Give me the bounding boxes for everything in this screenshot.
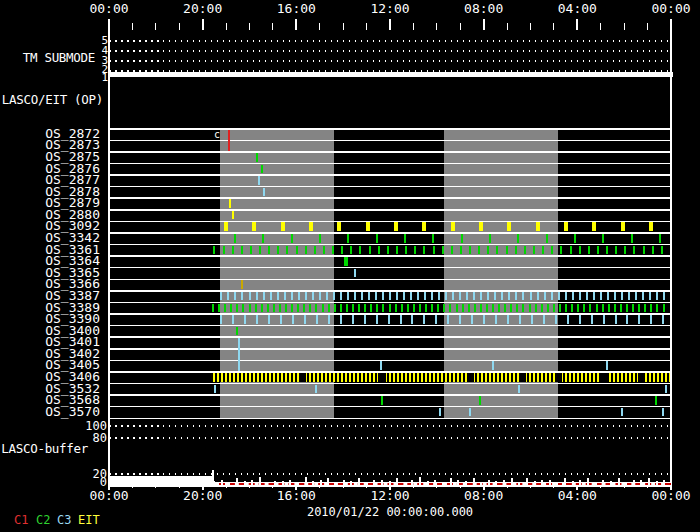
- os-tick-mark: [533, 246, 535, 255]
- buffer-noise-spike: [556, 482, 558, 485]
- os-tick-mark: [508, 292, 510, 301]
- os-tick-mark: [515, 292, 517, 301]
- os-tick-mark: [328, 304, 330, 313]
- buffer-noise-spike: [465, 481, 467, 485]
- os-tick-mark: [507, 222, 511, 231]
- os-tick-mark: [551, 292, 553, 301]
- buffer-noise-spike: [373, 480, 375, 485]
- os-tick-mark: [368, 292, 370, 301]
- os-tick-mark: [341, 246, 343, 255]
- os-tick-mark: [607, 292, 609, 301]
- os-tick-mark: [655, 396, 657, 405]
- os-activity-band-gap: [520, 373, 526, 382]
- os-tick-mark: [423, 246, 425, 255]
- os-tick-mark: [286, 246, 288, 255]
- buffer-noise-spike: [549, 480, 551, 485]
- os-tick-mark: [592, 222, 596, 231]
- os-tick-mark: [531, 315, 533, 324]
- os-tick-mark: [519, 315, 521, 324]
- os-tick-mark: [516, 304, 518, 313]
- os-tick-mark: [555, 315, 557, 324]
- os-tick-mark: [228, 130, 230, 151]
- row-separator-line: [108, 151, 672, 153]
- os-tick-mark: [340, 304, 342, 313]
- os-tick-mark: [388, 315, 390, 324]
- os-tick-mark: [376, 315, 378, 324]
- buffer-noise-spike: [327, 478, 329, 485]
- os-tick-mark: [468, 304, 470, 313]
- os-tick-mark: [565, 292, 567, 301]
- os-tick-mark: [214, 385, 216, 394]
- os-tick-mark: [224, 222, 228, 231]
- buffer-noise-spike: [366, 483, 368, 485]
- legend-item-c2: C2: [36, 513, 50, 527]
- os-tick-mark: [354, 269, 356, 278]
- os-tick-mark: [361, 292, 363, 301]
- os-tick-mark: [579, 292, 581, 301]
- os-tick-mark: [366, 222, 370, 231]
- os-tick-mark: [234, 234, 236, 243]
- buffer-ytick-label: 0: [100, 475, 107, 489]
- os-tick-mark: [543, 315, 545, 324]
- os-tick-mark: [451, 246, 453, 255]
- os-tick-mark: [410, 292, 412, 301]
- buffer-noise-spike: [335, 482, 337, 485]
- os-tick-mark: [492, 361, 494, 370]
- os-tick-mark: [459, 315, 461, 324]
- os-tick-mark: [602, 234, 604, 243]
- buffer-noise-spike: [503, 480, 505, 485]
- buffer-noise-spike: [320, 480, 322, 485]
- top-axis-time-label: 16:00: [277, 1, 316, 16]
- buffer-noise-spike: [297, 483, 299, 485]
- os-tick-mark: [498, 304, 500, 313]
- buffer-noise-spike: [404, 482, 406, 485]
- os-tick-mark: [328, 315, 330, 324]
- os-tick-mark: [369, 246, 371, 255]
- os-tick-mark: [518, 385, 520, 394]
- top-axis-tick: [319, 23, 320, 30]
- buffer-noise-spike: [457, 480, 459, 485]
- os-tick-mark: [515, 246, 517, 255]
- os-tick-mark: [510, 304, 512, 313]
- tm-submode-panel-label: TM SUBMODE: [23, 50, 95, 65]
- os-tick-mark: [663, 292, 665, 301]
- os-tick-mark: [419, 304, 421, 313]
- os-tick-mark: [305, 246, 307, 255]
- os-tick-mark: [492, 304, 494, 313]
- os-tick-mark: [542, 246, 544, 255]
- os-tick-mark: [364, 315, 366, 324]
- bottom-axis-time-label: 12:00: [370, 488, 409, 503]
- os-tick-mark: [380, 361, 382, 370]
- os-tick-mark: [496, 246, 498, 255]
- os-tick-mark: [280, 315, 282, 324]
- os-tick-mark: [435, 315, 437, 324]
- os-tick-mark: [395, 304, 397, 313]
- os-tick-mark: [334, 304, 336, 313]
- os-tick-mark: [614, 304, 616, 313]
- os-tick-mark: [220, 292, 222, 301]
- buffer-noise-spike: [579, 480, 581, 485]
- os-tick-mark: [255, 304, 257, 313]
- os-tick-mark: [572, 292, 574, 301]
- os-tick-mark: [268, 315, 270, 324]
- buffer-noise-spike: [473, 478, 475, 485]
- tm-submode-value-bar: [108, 72, 673, 77]
- os-tick-mark: [256, 153, 258, 162]
- top-axis-tick: [202, 19, 204, 30]
- buffer-dotted-gridline: [109, 473, 671, 475]
- os-tick-mark: [273, 304, 275, 313]
- os-tick-mark: [291, 304, 293, 313]
- os-tick-mark: [438, 292, 440, 301]
- buffer-noise-spike: [251, 480, 253, 485]
- os-tick-mark: [344, 257, 348, 266]
- os-tick-mark: [644, 304, 646, 313]
- os-tick-mark: [564, 222, 568, 231]
- top-axis-tick: [576, 19, 578, 30]
- os-tick-mark: [494, 292, 496, 301]
- os-tick-mark: [281, 222, 285, 231]
- os-tick-mark: [600, 292, 602, 301]
- os-tick-mark: [347, 292, 349, 301]
- os-tick-mark: [507, 315, 509, 324]
- os-tick-mark: [270, 292, 272, 301]
- os-tick-mark: [407, 304, 409, 313]
